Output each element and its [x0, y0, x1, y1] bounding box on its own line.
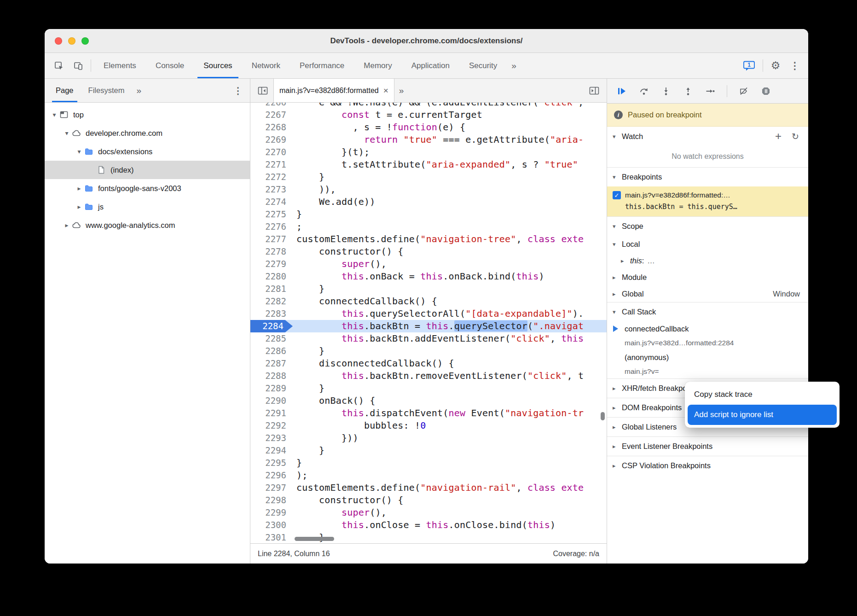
more-panels-chevron[interactable]: » — [507, 53, 521, 78]
line-number[interactable]: 2267 — [250, 109, 293, 121]
line-number[interactable]: 2298 — [250, 494, 293, 506]
section-header-event-listener-breakpoints[interactable]: ▸Event Listener Breakpoints — [607, 436, 808, 456]
line-number[interactable]: 2295 — [250, 457, 293, 469]
call-stack-frame-anonymous[interactable]: (anonymous) — [607, 350, 808, 365]
tree-item-index[interactable]: (index) — [45, 161, 250, 179]
tree-item-js[interactable]: ▸js — [45, 198, 250, 216]
line-number[interactable]: 2274 — [250, 196, 293, 208]
line-number[interactable]: 2301 — [250, 531, 293, 543]
tree-item-top[interactable]: ▾top — [45, 105, 250, 124]
scope-section-header[interactable]: ▾ Scope — [607, 216, 808, 236]
line-number[interactable]: 2289 — [250, 382, 293, 395]
line-number[interactable]: 2270 — [250, 146, 293, 158]
main-menu-kebab-icon[interactable]: ⋮ — [785, 53, 805, 78]
tab-page[interactable]: Page — [48, 79, 81, 102]
minimize-window-button[interactable] — [68, 37, 75, 45]
line-number[interactable]: 2275 — [250, 208, 293, 221]
resume-script-icon[interactable] — [616, 86, 627, 97]
close-window-button[interactable] — [55, 37, 62, 45]
line-number[interactable]: 2287 — [250, 357, 293, 370]
line-number[interactable]: 2266 — [250, 103, 293, 109]
line-number[interactable]: 2299 — [250, 506, 293, 519]
call-stack-section-header[interactable]: ▾ Call Stack — [607, 302, 808, 321]
file-tab[interactable]: main.js?v=e382d86f:formatted × — [273, 79, 394, 102]
open-source-location-icon[interactable] — [584, 79, 605, 102]
line-number[interactable]: 2273 — [250, 183, 293, 196]
step-over-icon[interactable] — [638, 86, 649, 97]
line-number[interactable]: 2294 — [250, 444, 293, 457]
inspect-icon[interactable] — [49, 53, 69, 78]
line-number[interactable]: 2272 — [250, 171, 293, 183]
expanded-arrow-icon[interactable]: ▾ — [74, 148, 84, 155]
line-number[interactable]: 2282 — [250, 295, 293, 308]
vertical-scrollbar[interactable] — [601, 412, 605, 420]
line-number[interactable]: 2271 — [250, 158, 293, 171]
breakpoints-section-header[interactable]: ▾ Breakpoints — [607, 167, 808, 186]
tab-sources[interactable]: Sources — [194, 53, 242, 78]
line-number[interactable]: 2296 — [250, 469, 293, 482]
tab-filesystem[interactable]: Filesystem — [81, 79, 132, 102]
zoom-window-button[interactable] — [81, 37, 89, 45]
line-number[interactable]: 2297 — [250, 482, 293, 494]
step-out-icon[interactable] — [683, 86, 694, 97]
tab-network[interactable]: Network — [242, 53, 290, 78]
scope-module-group[interactable]: ▸ Module — [607, 269, 808, 285]
line-number[interactable]: 2279 — [250, 258, 293, 270]
navigator-more-tabs-chevron[interactable]: » — [132, 79, 146, 102]
tab-elements[interactable]: Elements — [94, 53, 146, 78]
tab-performance[interactable]: Performance — [290, 53, 354, 78]
add-watch-icon[interactable]: + — [775, 131, 782, 142]
line-number[interactable]: 2276 — [250, 221, 293, 233]
scope-this-variable[interactable]: ▸ this … — [607, 252, 808, 269]
line-number[interactable]: 2268 — [250, 121, 293, 134]
tab-application[interactable]: Application — [402, 53, 459, 78]
call-stack-frame-connectedcallback[interactable]: connectedCallback — [607, 321, 808, 336]
editor-more-tabs-chevron[interactable]: » — [394, 79, 409, 102]
settings-gear-icon[interactable]: ⚙ — [766, 53, 785, 78]
menu-item-copy-stack-trace[interactable]: Copy stack trace — [688, 384, 837, 405]
line-number[interactable]: 2293 — [250, 432, 293, 444]
line-number[interactable]: 2292 — [250, 419, 293, 432]
expanded-arrow-icon[interactable]: ▾ — [62, 129, 72, 137]
breakpoint-entry[interactable]: ✓ main.js?v=e382d86f:formatted:… this.ba… — [607, 186, 808, 216]
line-number[interactable]: 2286 — [250, 345, 293, 357]
tab-memory[interactable]: Memory — [354, 53, 401, 78]
line-number[interactable]: 2277 — [250, 233, 293, 245]
navigator-kebab-icon[interactable]: ⋮ — [231, 79, 245, 102]
line-number[interactable]: 2300 — [250, 519, 293, 531]
deactivate-breakpoints-icon[interactable] — [738, 86, 749, 97]
line-number[interactable]: 2291 — [250, 407, 293, 419]
expanded-arrow-icon[interactable]: ▾ — [49, 111, 59, 118]
step-icon[interactable] — [705, 86, 716, 97]
device-toolbar-icon[interactable] — [69, 53, 88, 78]
console-drawer-badge[interactable]: 1 — [739, 53, 760, 78]
refresh-watch-icon[interactable]: ↻ — [792, 131, 799, 142]
section-header-csp-violation-breakpoints[interactable]: ▸CSP Violation Breakpoints — [607, 456, 808, 475]
line-number[interactable]: 2290 — [250, 395, 293, 407]
collapsed-arrow-icon[interactable]: ▸ — [62, 221, 72, 229]
tab-console[interactable]: Console — [146, 53, 194, 78]
step-into-icon[interactable] — [660, 86, 672, 97]
breakpoint-checkbox[interactable]: ✓ — [613, 191, 621, 199]
pause-on-exceptions-icon[interactable] — [760, 86, 771, 97]
scope-global-group[interactable]: ▸ Global Window — [607, 285, 808, 302]
scope-local-group[interactable]: ▾ Local — [607, 236, 808, 252]
line-number[interactable]: 2284 — [250, 320, 293, 332]
close-tab-icon[interactable]: × — [383, 86, 388, 96]
tree-item-developer-chrome-com[interactable]: ▾developer.chrome.com — [45, 124, 250, 142]
line-number[interactable]: 2285 — [250, 332, 293, 345]
tab-security[interactable]: Security — [459, 53, 507, 78]
tree-item-www-google-analytics-com[interactable]: ▸www.google-analytics.com — [45, 216, 250, 234]
line-number[interactable]: 2283 — [250, 308, 293, 320]
line-number[interactable]: 2288 — [250, 370, 293, 382]
line-number[interactable]: 2269 — [250, 134, 293, 146]
collapsed-arrow-icon[interactable]: ▸ — [74, 203, 84, 210]
toggle-navigator-icon[interactable] — [252, 79, 273, 102]
horizontal-scrollbar[interactable] — [295, 537, 334, 541]
collapsed-arrow-icon[interactable]: ▸ — [74, 185, 84, 192]
tree-item-docs-extensions[interactable]: ▾docs/extensions — [45, 142, 250, 161]
watch-section-header[interactable]: ▾ Watch + ↻ — [607, 127, 808, 146]
line-number[interactable]: 2278 — [250, 245, 293, 258]
line-number[interactable]: 2280 — [250, 270, 293, 283]
menu-item-add-script-to-ignore-list[interactable]: Add script to ignore list — [688, 405, 837, 425]
